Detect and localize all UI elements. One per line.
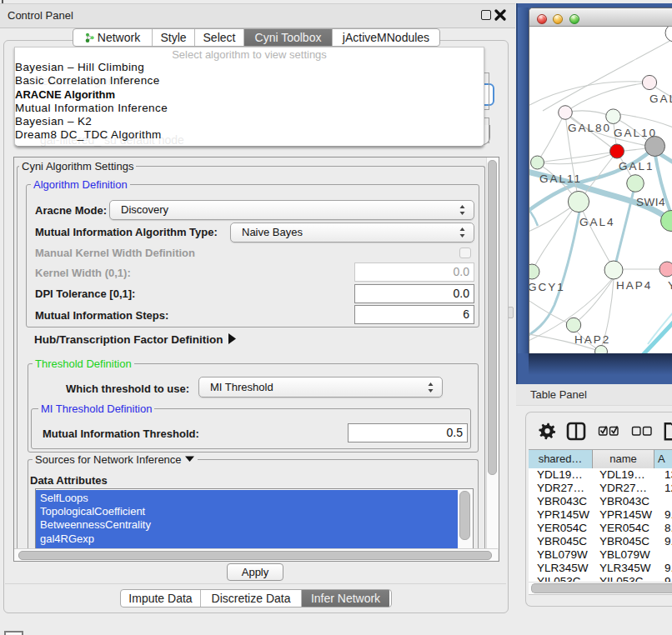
svg-text:HAP4: HAP4 xyxy=(616,279,652,292)
svg-text:GCY1: GCY1 xyxy=(529,281,565,293)
svg-text:HAP2: HAP2 xyxy=(574,333,610,346)
svg-text:SWI4: SWI4 xyxy=(636,196,665,208)
svg-text:GAL: GAL xyxy=(649,92,672,105)
svg-text:GAL80: GAL80 xyxy=(568,122,611,134)
svg-text:GAL1: GAL1 xyxy=(619,160,654,172)
svg-text:GAL10: GAL10 xyxy=(614,127,657,139)
svg-text:GAL11: GAL11 xyxy=(539,172,582,185)
svg-text:Y: Y xyxy=(668,279,672,292)
svg-text:GAL4: GAL4 xyxy=(579,216,615,228)
